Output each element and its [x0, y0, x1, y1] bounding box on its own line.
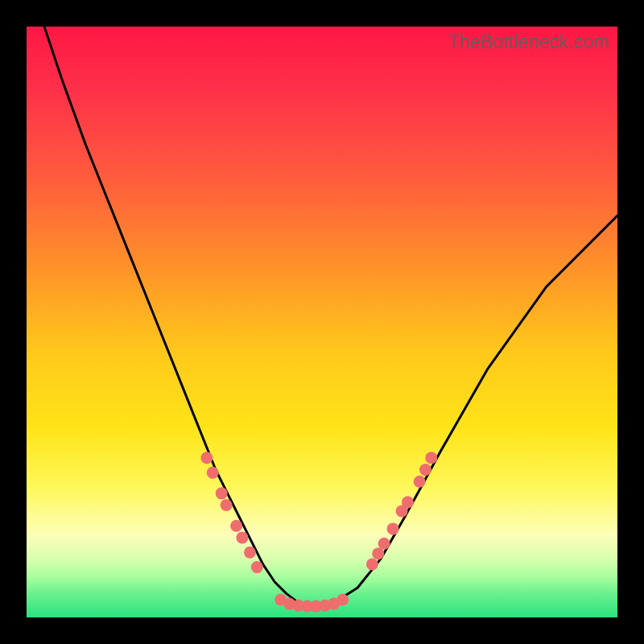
- data-point: [236, 531, 248, 543]
- data-point: [251, 561, 263, 573]
- data-point: [419, 464, 431, 476]
- bottleneck-curve: [44, 27, 617, 605]
- curve-layer: [44, 27, 617, 605]
- data-point: [207, 467, 219, 479]
- chart-frame: TheBottleneck.com: [0, 0, 644, 644]
- data-point: [230, 520, 242, 532]
- data-point: [336, 593, 349, 605]
- marker-layer: [200, 452, 437, 612]
- data-point: [387, 522, 399, 535]
- chart-overlay: [27, 27, 617, 617]
- data-point: [425, 452, 437, 464]
- data-point: [216, 487, 228, 499]
- data-point: [200, 452, 213, 464]
- plot-area: TheBottleneck.com: [27, 27, 617, 617]
- data-point: [366, 558, 378, 570]
- data-point: [402, 496, 414, 508]
- data-point: [372, 547, 384, 559]
- data-point: [414, 476, 426, 488]
- data-point: [244, 547, 256, 559]
- data-point: [221, 499, 233, 511]
- data-point: [378, 538, 390, 550]
